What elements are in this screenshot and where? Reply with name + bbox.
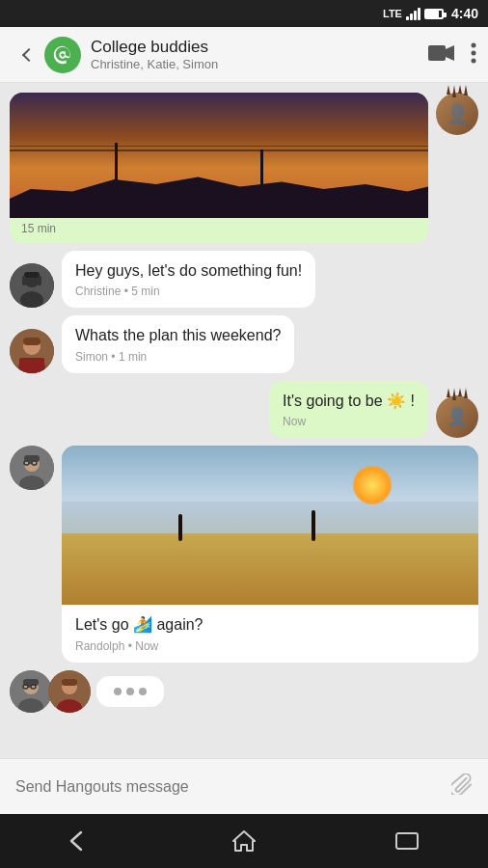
typing-avatar-2 <box>48 670 91 713</box>
svg-rect-10 <box>38 276 41 285</box>
messages-area[interactable]: 15 min 👤 <box>0 83 488 758</box>
message-meta-randolph: Randolph • Now <box>75 639 465 653</box>
message-christine: Hey guys, let's do something fun! Christ… <box>0 251 488 308</box>
more-options-button[interactable] <box>471 42 476 68</box>
paperclip-icon <box>451 773 473 795</box>
home-nav-button[interactable] <box>215 824 273 858</box>
message-input[interactable] <box>15 778 451 796</box>
svg-rect-0 <box>428 45 446 61</box>
svg-rect-21 <box>24 455 40 462</box>
back-nav-button[interactable] <box>52 824 110 858</box>
bubble-christine: Hey guys, let's do something fun! Christ… <box>62 251 315 308</box>
typing-dot-3 <box>139 688 147 695</box>
avatar-randolph <box>10 446 54 490</box>
lte-indicator: LTE <box>383 8 402 19</box>
svg-marker-34 <box>233 831 255 851</box>
chat-info: College buddies Christine, Katie, Simon <box>91 38 428 71</box>
spiky-hair <box>447 85 468 97</box>
message-meta-christine: Christine • 5 min <box>75 285 302 298</box>
avatar-randolph-img <box>10 446 54 490</box>
outgoing-avatar: 👤 <box>436 93 478 135</box>
recents-nav-icon <box>394 831 420 851</box>
svg-rect-35 <box>396 833 418 849</box>
nav-bar <box>0 814 488 868</box>
typing-indicator <box>0 670 488 713</box>
status-bar: LTE 4:40 <box>0 0 488 27</box>
bubble-randolph: Let's go 🏄 again? Randolph • Now <box>62 446 478 662</box>
svg-rect-8 <box>24 272 40 278</box>
home-nav-icon <box>231 829 257 853</box>
avatar-simon <box>10 329 54 373</box>
chat-title: College buddies <box>91 38 428 57</box>
message-meta-outgoing: Now <box>283 415 415 428</box>
message-simon: Whats the plan this weekend? Simon • 1 m… <box>0 315 488 372</box>
signal-bars <box>406 7 420 20</box>
svg-rect-33 <box>62 679 77 686</box>
svg-point-4 <box>472 58 476 63</box>
typing-dot-1 <box>114 688 122 695</box>
outgoing-avatar-2: 👤 <box>436 395 478 438</box>
battery-icon <box>424 9 444 19</box>
back-button[interactable] <box>12 41 41 69</box>
outgoing-image-time: 15 min <box>10 218 428 243</box>
typing-dot-2 <box>126 688 134 695</box>
hangouts-logo <box>44 37 81 73</box>
beach-image <box>62 446 478 605</box>
typing-avatar-1-img <box>10 670 52 713</box>
avatar-christine-img <box>10 263 54 308</box>
hangouts-icon <box>52 44 73 66</box>
back-chevron-icon <box>21 47 35 61</box>
svg-point-2 <box>472 42 476 47</box>
typing-avatar-1 <box>10 670 52 713</box>
typing-avatar-2-img <box>48 670 91 713</box>
svg-rect-15 <box>19 358 44 373</box>
svg-point-3 <box>472 50 476 55</box>
svg-rect-9 <box>22 276 26 285</box>
avatar-christine <box>10 263 54 308</box>
message-meta-simon: Simon • 1 min <box>75 350 281 364</box>
randolph-message-text-area: Let's go 🏄 again? Randolph • Now <box>62 605 478 662</box>
bubble-outgoing-text: It's going to be ☀️ ! Now <box>269 381 428 438</box>
app-bar-actions <box>428 42 476 68</box>
message-outgoing-image: 15 min 👤 <box>0 93 488 243</box>
message-text-christine: Hey guys, let's do something fun! <box>75 260 302 282</box>
video-call-button[interactable] <box>428 44 455 66</box>
avatar-simon-img <box>10 329 54 373</box>
sunset-image <box>10 93 428 218</box>
clock: 4:40 <box>451 6 478 21</box>
message-outgoing-text: It's going to be ☀️ ! Now 👤 <box>0 381 488 438</box>
recents-nav-button[interactable] <box>378 824 436 858</box>
bubble-randolph-container: Let's go 🏄 again? Randolph • Now <box>62 446 478 662</box>
app-bar: College buddies Christine, Katie, Simon <box>0 27 488 83</box>
message-randolph: Let's go 🏄 again? Randolph • Now <box>0 446 488 662</box>
message-text-simon: Whats the plan this weekend? <box>75 325 281 346</box>
svg-rect-14 <box>23 338 41 345</box>
message-text-randolph: Let's go 🏄 again? <box>75 614 465 636</box>
chat-subtitle: Christine, Katie, Simon <box>91 57 428 71</box>
typing-dots-bubble <box>96 676 164 707</box>
bubble-simon: Whats the plan this weekend? Simon • 1 m… <box>62 315 294 372</box>
back-nav-icon <box>68 830 95 852</box>
attach-button[interactable] <box>451 773 473 800</box>
input-area <box>0 758 488 814</box>
svg-marker-1 <box>446 45 454 61</box>
message-text-outgoing: It's going to be ☀️ ! <box>283 391 415 412</box>
